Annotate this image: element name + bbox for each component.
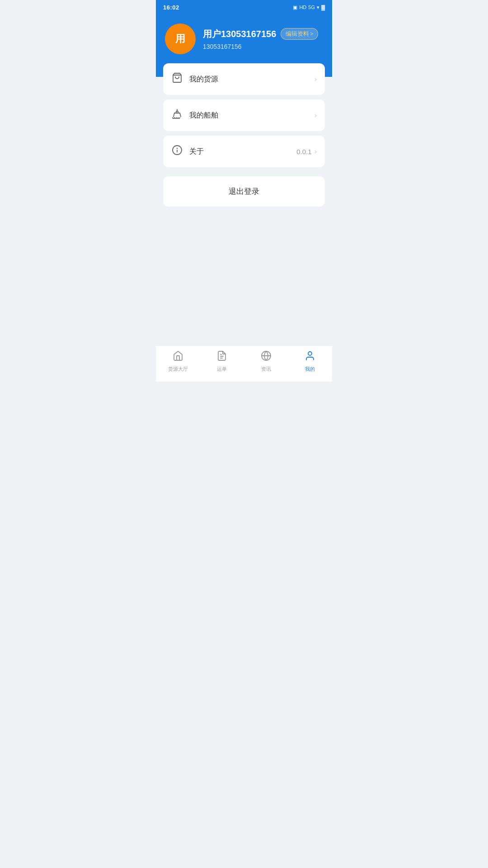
5g-icon: 5G — [308, 5, 315, 10]
about-card: 关于 0.0.1 › — [163, 136, 325, 167]
status-icons: ▣ HD 5G ▾ ▓ — [293, 5, 325, 10]
info-icon — [171, 145, 183, 158]
battery-icon: ▣ — [293, 5, 297, 10]
my-ship-card: 我的船舶 › — [163, 99, 325, 131]
user-phone: 13053167156 — [203, 43, 323, 50]
avatar: 用 — [165, 24, 196, 54]
edit-profile-arrow-icon: > — [310, 31, 313, 37]
ship-icon — [171, 108, 183, 122]
logout-label: 退出登录 — [229, 186, 259, 197]
about-version: 0.0.1 — [296, 148, 311, 156]
globe-icon — [261, 350, 272, 364]
network-icon: HD — [299, 5, 306, 10]
cart-icon — [171, 72, 183, 86]
status-bar: 16:02 ▣ HD 5G ▾ ▓ — [156, 0, 332, 14]
main-content: 我的货源 › 我的船舶 › — [156, 63, 332, 207]
username: 用户13053167156 — [203, 28, 276, 40]
nav-item-home[interactable]: 货源大厅 — [156, 350, 200, 373]
username-row: 用户13053167156 编辑资料 > — [203, 28, 323, 40]
nav-item-news[interactable]: 资讯 — [244, 350, 288, 373]
nav-item-mine[interactable]: 我的 — [288, 350, 333, 373]
user-info: 用户13053167156 编辑资料 > 13053167156 — [203, 28, 323, 50]
about-label: 关于 — [189, 147, 296, 156]
edit-profile-label: 编辑资料 — [286, 30, 309, 38]
svg-point-9 — [308, 352, 312, 355]
nav-item-orders[interactable]: 运单 — [200, 350, 244, 373]
orders-icon — [216, 350, 227, 364]
battery-level-icon: ▓ — [321, 5, 325, 10]
logout-card[interactable]: 退出登录 — [163, 176, 325, 207]
my-goods-label: 我的货源 — [189, 75, 314, 84]
nav-label-news: 资讯 — [261, 366, 271, 373]
nav-label-orders: 运单 — [217, 366, 227, 373]
my-goods-card: 我的货源 › — [163, 63, 325, 95]
bottom-navigation: 货源大厅 运单 资讯 — [156, 345, 332, 382]
about-arrow-icon: › — [314, 147, 317, 156]
my-goods-arrow-icon: › — [314, 75, 317, 83]
my-ship-label: 我的船舶 — [189, 111, 314, 120]
edit-profile-button[interactable]: 编辑资料 > — [281, 28, 318, 40]
nav-label-home: 货源大厅 — [168, 366, 188, 373]
about-item[interactable]: 关于 0.0.1 › — [163, 136, 325, 167]
my-ship-arrow-icon: › — [314, 111, 317, 119]
nav-label-mine: 我的 — [305, 366, 315, 373]
home-icon — [173, 350, 183, 364]
wifi-icon: ▾ — [317, 5, 319, 10]
my-ship-item[interactable]: 我的船舶 › — [163, 99, 325, 131]
status-time: 16:02 — [163, 4, 179, 11]
person-icon — [305, 350, 315, 364]
my-goods-item[interactable]: 我的货源 › — [163, 63, 325, 95]
